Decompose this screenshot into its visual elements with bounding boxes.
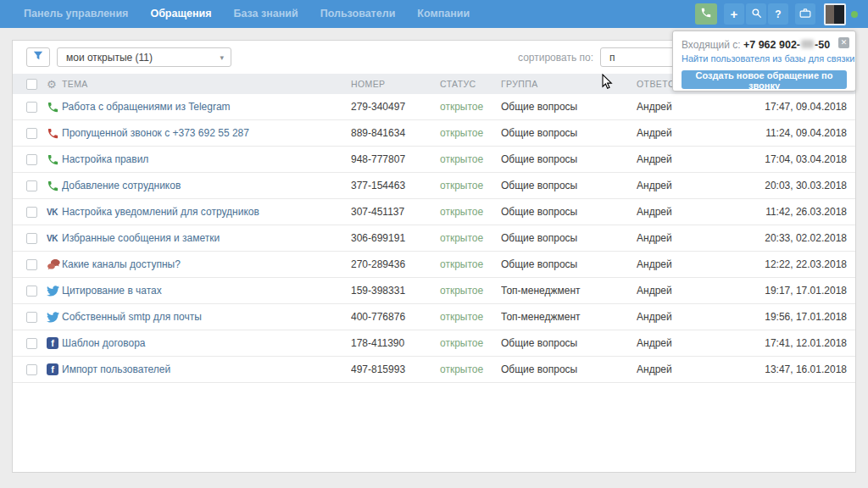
ticket-group: Топ-менеджмент	[501, 311, 637, 323]
ticket-date: 17:04, 03.04.2018	[738, 153, 855, 165]
nav-item[interactable]: Панель управления	[13, 0, 139, 28]
close-icon[interactable]: ✕	[838, 37, 849, 48]
twitter-icon	[47, 286, 62, 297]
help-button[interactable]: ?	[768, 3, 788, 25]
row-checkbox[interactable]	[26, 180, 37, 191]
header-topic[interactable]: ТЕМА	[62, 79, 351, 89]
ticket-number: 948-777807	[351, 153, 440, 165]
user-area	[824, 3, 858, 25]
ticket-status: открытое	[440, 258, 501, 270]
briefcase-icon	[799, 8, 811, 21]
find-user-link[interactable]: Найти пользователя из базы для связки	[682, 53, 847, 64]
nav-item[interactable]: Обращения	[139, 0, 222, 28]
ticket-date: 13:47, 16.01.2018	[738, 363, 855, 375]
create-ticket-from-call-button[interactable]: Создать новое обращение по звонку	[682, 70, 847, 89]
row-checkbox[interactable]	[26, 312, 37, 323]
gear-icon[interactable]: ⚙	[47, 79, 57, 90]
ticket-topic-link[interactable]: Настройка уведомлений для сотрудников	[62, 206, 259, 218]
ticket-date: 11:42, 26.03.2018	[738, 206, 855, 218]
table-row: VKИзбранные сообщения и заметки306-69919…	[13, 225, 855, 252]
ticket-group: Топ-менеджмент	[501, 285, 637, 297]
ticket-number: 279-340497	[351, 101, 440, 113]
ticket-group: Общие вопросы	[501, 258, 637, 270]
ticket-assignee: Андрей	[637, 232, 738, 244]
ticket-number: 400-776876	[351, 311, 440, 323]
ticket-topic-link[interactable]: Настройка правил	[62, 153, 148, 165]
ticket-date: 17:41, 12.01.2018	[738, 337, 855, 349]
ticket-assignee: Андрей	[637, 206, 738, 218]
filter-button[interactable]	[26, 47, 50, 67]
ticket-date: 19:56, 17.01.2018	[738, 311, 855, 323]
ticket-date: 19:17, 17.01.2018	[738, 285, 855, 297]
filter-dropdown[interactable]: мои открытые (11) ▾	[57, 47, 231, 67]
tickets-panel: мои открытые (11) ▾ сортировать по: п ⚙ …	[12, 40, 856, 473]
table-row: Добавление сотрудников377-154463открытое…	[13, 173, 855, 199]
ticket-topic-link[interactable]: Шаблон договора	[62, 337, 146, 349]
header-status[interactable]: СТАТУС	[440, 79, 501, 89]
ticket-assignee: Андрей	[637, 311, 738, 323]
quick-actions-group: + ?	[724, 3, 788, 25]
table-row: Собственный smtp для почты400-776876откр…	[13, 304, 855, 330]
ticket-group: Общие вопросы	[501, 127, 637, 139]
nav-item[interactable]: База знаний	[222, 0, 309, 28]
ticket-assignee: Андрей	[637, 363, 738, 375]
header-number[interactable]: НОМЕР	[351, 79, 440, 89]
sort-label: сортировать по:	[518, 52, 593, 64]
censored-digits	[801, 40, 814, 48]
online-status-dot	[851, 11, 858, 18]
phone-call-button[interactable]	[695, 3, 717, 25]
help-icon: ?	[775, 9, 781, 19]
ticket-group: Общие вопросы	[501, 101, 637, 113]
ticket-group: Общие вопросы	[501, 363, 637, 375]
ticket-status: открытое	[440, 337, 501, 349]
row-checkbox[interactable]	[26, 286, 37, 297]
nav-item[interactable]: Компании	[406, 0, 481, 28]
phone-green-icon	[47, 101, 62, 114]
add-button[interactable]: +	[724, 3, 744, 25]
header-group[interactable]: ГРУППА	[501, 79, 637, 89]
caller-number: +7 962 902--50	[743, 39, 830, 51]
ticket-date: 17:47, 09.04.2018	[738, 101, 855, 113]
row-checkbox[interactable]	[26, 128, 37, 139]
ticket-topic-link[interactable]: Работа с обращениями из Telegram	[62, 101, 231, 113]
ticket-topic-link[interactable]: Добавление сотрудников	[62, 180, 181, 191]
row-checkbox[interactable]	[26, 233, 37, 244]
ticket-topic-link[interactable]: Пропущенной звонок с +373 692 55 287	[62, 127, 249, 139]
nav-item[interactable]: Пользователи	[309, 0, 407, 28]
avatar[interactable]	[824, 3, 846, 25]
ticket-assignee: Андрей	[637, 285, 738, 297]
ticket-status: открытое	[440, 153, 501, 165]
ticket-status: открытое	[440, 206, 501, 218]
funnel-icon	[33, 51, 43, 64]
row-checkbox[interactable]	[26, 259, 37, 270]
ticket-group: Общие вопросы	[501, 232, 637, 244]
row-checkbox[interactable]	[26, 364, 37, 375]
ticket-number: 270-289436	[351, 258, 440, 270]
ticket-date: 12:22, 22.03.2018	[738, 258, 855, 270]
ticket-topic-link[interactable]: Импорт пользователей	[62, 363, 170, 375]
select-all-checkbox[interactable]	[26, 79, 37, 90]
ticket-topic-link[interactable]: Избранные сообщения и заметки	[62, 232, 220, 244]
row-checkbox[interactable]	[26, 338, 37, 349]
search-button[interactable]	[746, 3, 766, 25]
briefcase-button[interactable]	[795, 3, 815, 25]
ticket-status: открытое	[440, 363, 501, 375]
row-checkbox[interactable]	[26, 154, 37, 165]
ticket-number: 306-699191	[351, 232, 440, 244]
table-row: VKНастройка уведомлений для сотрудников3…	[13, 199, 855, 225]
ticket-topic-link[interactable]: Собственный smtp для почты	[62, 311, 202, 323]
ticket-number: 178-411390	[351, 337, 440, 349]
ticket-number: 159-398331	[351, 285, 440, 297]
ticket-assignee: Андрей	[637, 180, 738, 191]
row-checkbox[interactable]	[26, 207, 37, 218]
facebook-icon: f	[47, 363, 62, 375]
ticket-assignee: Андрей	[637, 127, 738, 139]
search-icon	[751, 8, 762, 21]
ticket-group: Общие вопросы	[501, 337, 637, 349]
table-row: Настройка правил948-777807открытоеОбщие …	[13, 147, 855, 173]
phone-green-icon	[47, 153, 62, 166]
ticket-topic-link[interactable]: Цитирование в чатах	[62, 285, 162, 297]
row-checkbox[interactable]	[26, 102, 37, 113]
ticket-assignee: Андрей	[637, 153, 738, 165]
ticket-topic-link[interactable]: Какие каналы доступны?	[62, 258, 181, 270]
